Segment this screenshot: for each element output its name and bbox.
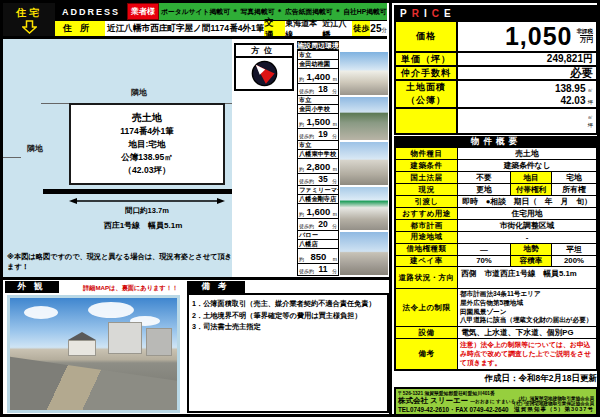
walk-approx-label: 徒歩約 [299,178,314,184]
minute-unit: 分 [332,178,337,184]
legal-restrictions-value: 都市計画法34条11号エリア 屋外広告物第5種地域 田園風景ゾーン 八甲道路に該… [458,289,596,326]
land-area-row: 土地面積 （公簿） 138.95㎡ 42.03坪 [396,79,596,107]
facility-distance: 1,500 [307,116,331,127]
exterior-map-note: 詳細MAPは、裏面にあります！！ [83,284,178,293]
recommended-use-value: 住宅用地 [458,208,596,219]
price-letter: E [444,8,451,19]
neighbor-left-label: 隣地 [27,143,43,154]
facility-distance: 850 [310,251,326,262]
land-category-label: 地目 [510,172,552,183]
compass-body [236,58,292,89]
tax-note: 非課税 [577,28,594,35]
blank-area-label [396,109,458,133]
house-shape [146,328,172,356]
rail-line: 東海道本線 [285,18,322,40]
broker-badge: 業者様 [127,3,159,20]
plot-land-category: 地目:宅地 [129,139,166,151]
property-type-value: 売土地 [458,148,596,159]
company-name: 株式会社 スリーエー [398,396,468,405]
property-flyer: 住宅 ADDRESS 業者様 ポータルサイト掲載可 ＊ 写真掲載可 ＊ 広告紙面… [0,0,600,417]
road-status-value: 西側 市道西庄1号線 幅員5.1m [458,267,596,288]
neighbor-top-label: 隣地 [131,87,147,98]
overview-table: 物件種目 売土地 建築条件 建築条件なし 国土法届 不要 地目 宅地 現況 更地… [394,148,598,371]
national-land-row: 国土法届 不要 地目 宅地 [396,172,596,184]
property-type-row: 物件種目 売土地 [396,148,596,160]
remarks-header: 備考 [187,281,245,293]
notes-value: 注意）法令上の制限等については、お申込み時点で改めて調査した上でご説明をさせて頂… [458,339,596,369]
legal-restrictions-row: 法令上の制限 都市計画法34条11号エリア 屋外広告物第5種地域 田園風景ゾーン… [396,289,596,327]
facility-walk-time: 11 [319,264,328,274]
housing-badge: 住宅 [3,3,55,36]
facility-name-line1: 市立 [298,51,339,60]
plot-diagram: 隣地 隣地 隣地 売土地 1174番4外1筆 地目:宅地 公簿138.95㎡ （… [3,39,232,277]
approx-label: 約 [299,76,304,82]
blank-area-row: ㎡ 坪 [396,107,596,133]
coverage-label: 建ペイ率 [396,256,458,267]
remarks-box: 1．公簿面積取引（売主、媒介業者契約不適合責任免責） 2．土地境界不明（筆界確定… [187,293,389,413]
meter-unit: m [333,121,337,127]
fee-value: 必要 [570,66,593,81]
utilities-value: 電気、上水道、下水道、個別PG [458,327,596,338]
meter-unit: m [333,76,337,82]
price-amount: 1,050 [505,24,573,49]
price-letter: I [424,8,427,19]
facility-walk-time: 20 [318,219,327,229]
facility-photo [339,96,389,141]
walk-unit: 分 [381,27,387,36]
road-name-label: 西庄1号線 幅員5.1m [53,220,233,231]
build-condition-value: 建築条件なし [458,160,596,171]
walk-approx-label: 徒歩約 [299,223,314,229]
price-value-cell: 1,050 非課税 万円 [458,22,596,51]
handover-value: 即時 ●相談 期日（ 年 月 旬） [458,196,596,207]
legal-restrictions-label: 法令上の制限 [396,289,458,326]
house-shape [108,322,142,354]
property-type-label: 物件種目 [396,148,458,159]
exterior-photo-frame [7,295,180,413]
utilities-row: 設備 電気、上水道、下水道、個別PG [396,327,596,339]
land-category-value: 宅地 [552,172,596,183]
facility-name-line1: バロー [298,231,339,240]
coverage-value: 70% [458,256,510,267]
leasehold-label: 借地権種類 [396,244,458,255]
recommended-use-row: おすすめ用途 住宅用地 [396,208,596,220]
exterior-photo [10,298,177,410]
plot-tsubo-area: （42.03坪） [124,165,171,177]
fee-row: 仲介手数料 必要 [396,65,596,79]
terrain-value: 平坦 [552,244,596,255]
boundary-line [225,103,232,104]
company-box: 〒526-1321 滋賀県愛知郡愛荘町愛知川401番 株式会社 スリーエー ―お… [394,387,598,417]
compass-box: 方位 [234,43,294,91]
plot-registered-area: 公簿138.95㎡ [121,152,173,164]
approx-label: 約 [299,256,304,262]
exterior-header: 外観 [5,281,59,293]
house-shape [68,332,96,356]
compass-icon [251,60,278,87]
company-identity: 株式会社 スリーエー ―おおきに すまいる スリーエー― TEL0749-42-… [398,396,508,415]
transport-label: 交通 [264,21,285,36]
price-letter: P [400,8,407,19]
price-unit: 万円 [580,35,593,45]
company-credentials: （社）滋賀県宅地建物取引業協会会員 （社）全国宅地建物取引業保証協会会員 滋賀県… [508,396,594,415]
header-rows: ADDRESS 業者様 ポータルサイト掲載可 ＊ 写真掲載可 ＊ 広告紙面掲載可… [55,3,387,36]
approx-label: 約 [299,121,304,127]
unit-price-value: 249,821円 [547,52,593,66]
zoning-row: 用途地域 - [396,232,596,244]
plot-title: 売土地 [132,111,162,125]
facility-distance: 2,800 [307,161,331,172]
national-land-label: 国土法届 [396,172,458,183]
compass-label: 方位 [236,45,292,58]
facility-item: 市立 金田小学校 約1,500m 徒歩約19分 [297,96,389,141]
housing-badge-label: 住宅 [16,6,42,20]
walk-approx-label: 徒歩約 [299,88,314,94]
facility-item: 市立 金田幼稚園 約1,400m 徒歩約18分 [297,51,389,96]
build-condition-row: 建築条件 建築条件なし [396,160,596,172]
overview-header: 物件概要 [394,136,598,148]
walk-minutes: 25 [370,21,381,36]
cloud-shape [88,302,134,318]
company-tel: TEL0749-42-2610・FAX 0749-42-2640 [398,406,508,415]
facility-walk-time: 19 [318,129,327,139]
meter-unit: m [333,256,337,262]
price-label: 価格 [396,22,458,51]
terrain-label: 地勢 [510,244,552,255]
facility-distance: 1,600 [307,206,331,217]
